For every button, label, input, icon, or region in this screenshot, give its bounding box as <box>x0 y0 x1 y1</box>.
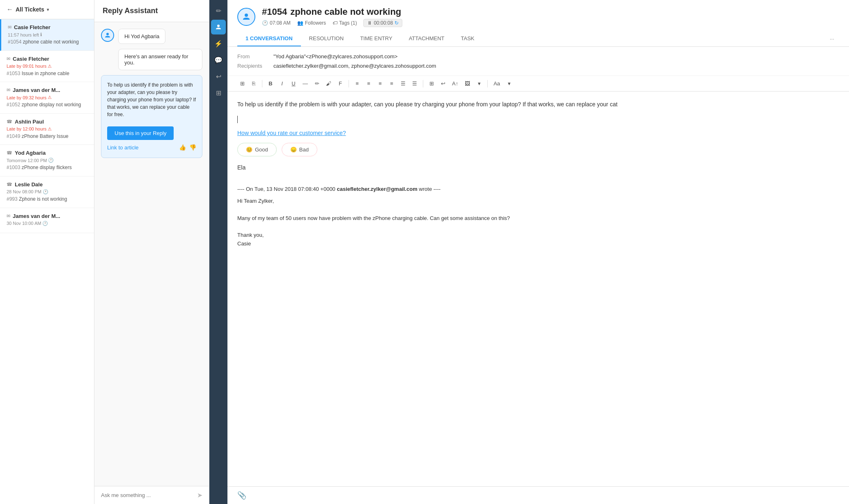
use-reply-button[interactable]: Use this in your Reply <box>107 126 174 140</box>
ticket-item[interactable]: ✉ Casie Fletcher 11:57 hours left ℹ #105… <box>0 19 94 51</box>
email-signature: Ela <box>237 163 839 172</box>
toolbar-italic-btn[interactable]: I <box>277 79 287 88</box>
history-icon-button[interactable]: ↩ <box>211 69 226 84</box>
tab-task[interactable]: TASK <box>453 31 483 46</box>
tab-conversation[interactable]: 1 CONVERSATION <box>237 31 301 46</box>
toolbar-font-size-btn[interactable]: Aa <box>491 79 503 88</box>
ticket-type-icon: ✉ <box>7 87 10 93</box>
good-button[interactable]: 😊 Good <box>237 143 277 156</box>
toolbar-image-btn[interactable]: 🖼 <box>462 79 473 88</box>
svg-point-0 <box>106 33 109 35</box>
ticket-item[interactable]: ☎ Ashlin Paul Late by 12:00 hours ⚠ #104… <box>0 114 94 145</box>
ticket-followers-meta[interactable]: 👥 Followers <box>297 20 326 26</box>
thumbs-down-icon[interactable]: 👎 <box>189 143 196 152</box>
link-to-article-link[interactable]: Link to article <box>107 144 139 152</box>
ticket-subject: #1049 zPhone Battery Issue <box>7 133 87 140</box>
chat-icon-button[interactable]: 💬 <box>211 53 226 67</box>
toolbar-divider <box>487 80 488 87</box>
ticket-tabs: 1 CONVERSATION RESOLUTION TIME ENTRY ATT… <box>237 31 839 46</box>
toolbar-list-btn[interactable]: ☰ <box>398 79 408 88</box>
ticket-tags-meta[interactable]: 🏷 Tags (1) <box>333 20 357 26</box>
ticket-title-block: #1054 zphone cable not working 🕐 07:08 A… <box>262 7 402 27</box>
toolbar-outdent-btn[interactable]: ↩ <box>438 79 448 88</box>
ticket-title: zphone cable not working <box>290 7 401 17</box>
icon-bar: ✏ ⚡ 💬 ↩ ⊞ <box>209 0 227 504</box>
toolbar-align-center-btn[interactable]: ≡ <box>364 79 374 88</box>
back-button[interactable]: ← <box>7 6 13 13</box>
toolbar-strike-btn[interactable]: — <box>300 79 310 88</box>
feedback-icons: 👍 👎 <box>179 143 196 152</box>
edit-icon-button[interactable]: ✏ <box>211 3 226 18</box>
text-cursor <box>237 116 238 123</box>
reply-assistant-title: Reply Assistant <box>103 7 158 15</box>
tab-attachment[interactable]: ATTACHMENT <box>401 31 453 46</box>
toolbar-superscript-btn[interactable]: A↑ <box>450 79 461 88</box>
toolbar-align-justify-btn[interactable]: ≡ <box>387 79 397 88</box>
thumbs-up-icon[interactable]: 👍 <box>179 143 186 152</box>
toolbar-indent-btn[interactable]: ⊞ <box>427 79 436 88</box>
tab-more-icon[interactable]: ··· <box>825 32 839 46</box>
reply-assistant-header: Reply Assistant <box>94 0 209 22</box>
followers-icon: 👥 <box>297 20 303 26</box>
toolbar-color-btn[interactable]: 🖌 <box>324 79 334 88</box>
toolbar-copy-btn[interactable]: ⎘ <box>249 79 259 88</box>
timer-badge[interactable]: ⏸ 00:00:08 ↻ <box>363 19 402 27</box>
ticket-list-panel: ← All Tickets ▾ ✉ Casie Fletcher 11:57 h… <box>0 0 94 504</box>
attachment-icon[interactable]: 📎 <box>237 491 246 500</box>
email-meta: From "Yod Agbaria"<zPhone@zylcares.zohos… <box>227 47 849 76</box>
toolbar-font-dropdown-btn[interactable]: ▾ <box>504 79 514 88</box>
survey-link[interactable]: How would you rate our customer service? <box>237 130 346 136</box>
ticket-time: Late by 09:01 hours ⚠ <box>7 64 87 69</box>
ticket-item[interactable]: ✉ Casie Fletcher Late by 09:01 hours ⚠ #… <box>0 51 94 82</box>
ticket-time: 28 Nov 08:00 PM 🕐 <box>7 189 87 195</box>
automation-icon-button[interactable]: ⚡ <box>211 36 226 51</box>
toolbar-format-btn[interactable]: ⊞ <box>237 79 247 88</box>
toolbar-bold-btn[interactable]: B <box>266 79 275 88</box>
ticket-type-icon: ✉ <box>7 213 10 219</box>
ticket-contact-name: Casie Fletcher <box>14 24 50 30</box>
chat-input[interactable] <box>101 492 194 498</box>
survey-link-container: How would you rate our customer service? <box>237 128 839 137</box>
ticket-item[interactable]: ✉ James van der M... Late by 09:32 hours… <box>0 82 94 114</box>
ticket-type-icon: ☎ <box>7 182 12 187</box>
ticket-subject: #993 Zphone is not working <box>7 196 87 203</box>
good-label: Good <box>255 147 268 153</box>
ticket-contact-name: Leslie Dale <box>15 181 43 188</box>
bot-greeting-message: Hi Yod Agbaria <box>101 29 202 44</box>
ticket-subject: #1052 zphone display not working <box>7 102 87 108</box>
main-content: #1054 zphone cable not working 🕐 07:08 A… <box>227 0 849 504</box>
ticket-item[interactable]: ✉ James van der M... 30 Nov 10:00 AM 🕐 <box>0 208 94 233</box>
svg-point-2 <box>245 14 248 17</box>
bad-label: Bad <box>299 147 309 153</box>
toolbar-divider <box>423 80 423 87</box>
grid-icon-button[interactable]: ⊞ <box>211 85 226 100</box>
ticket-item[interactable]: ☎ Yod Agbaria Tomorrow 12:00 PM 🕐 #1003 … <box>0 145 94 176</box>
ticket-number: #1054 <box>262 7 287 17</box>
ticket-item[interactable]: ☎ Leslie Dale 28 Nov 08:00 PM 🕐 #993 Zph… <box>0 176 94 208</box>
refresh-icon: ↻ <box>395 20 399 26</box>
bad-button[interactable]: 😞 Bad <box>282 143 317 156</box>
toolbar-divider <box>262 80 262 87</box>
ticket-contact-name: James van der M... <box>13 87 60 93</box>
from-label: From <box>237 53 270 60</box>
cursor-line <box>237 115 839 124</box>
toolbar-ordered-list-btn[interactable]: ☰ <box>410 79 420 88</box>
bot-greeting-text: Hi Yod Agbaria <box>124 33 159 39</box>
toolbar-draw-btn[interactable]: ✏ <box>312 79 322 88</box>
ticket-type-icon: ☎ <box>7 119 12 124</box>
dropdown-arrow-icon[interactable]: ▾ <box>47 7 49 12</box>
tab-time-entry[interactable]: TIME ENTRY <box>352 31 401 46</box>
ticket-subject: #1054 zphone cable not working <box>8 39 87 46</box>
send-icon[interactable]: ➤ <box>197 491 202 499</box>
ticket-title-row: #1054 zphone cable not working 🕐 07:08 A… <box>237 7 839 27</box>
ticket-header: #1054 zphone cable not working 🕐 07:08 A… <box>227 0 849 47</box>
toolbar-align-left-btn[interactable]: ≡ <box>352 79 362 88</box>
toolbar-underline-btn[interactable]: U <box>289 79 298 88</box>
toolbar-font-btn[interactable]: F <box>335 79 345 88</box>
tab-resolution[interactable]: RESOLUTION <box>301 31 352 46</box>
toolbar-more-btn[interactable]: ▾ <box>474 79 484 88</box>
agent-icon-button[interactable] <box>211 20 226 34</box>
chat-input-area: ➤ <box>94 486 209 504</box>
answer-text: To help us identify if the problem is wi… <box>107 81 196 118</box>
toolbar-align-right-btn[interactable]: ≡ <box>375 79 385 88</box>
